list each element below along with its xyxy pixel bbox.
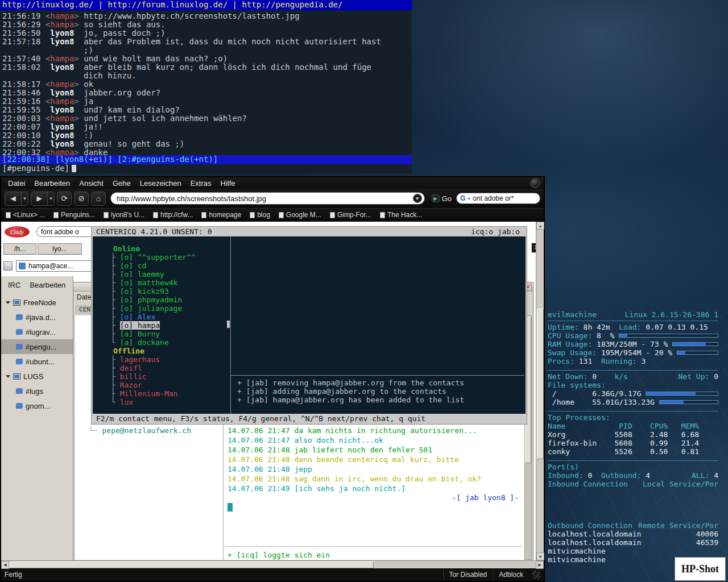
horizontal-divider — [225, 546, 522, 547]
adblock-status-toggle[interactable]: Adblock — [493, 569, 529, 580]
back-history-dropdown[interactable]: ▼ — [22, 192, 28, 206]
contact-item[interactable]: ├ [a] Burny — [102, 330, 229, 338]
scrollbar-thumb[interactable] — [10, 562, 374, 568]
menu-item-bearbeiten[interactable]: Bearbeiten — [30, 178, 75, 188]
go-button[interactable]: ▶ Go — [429, 194, 454, 203]
scroll-down-button[interactable]: ▼ — [536, 552, 544, 560]
home-button[interactable]: ⌂ — [91, 192, 106, 206]
irc-message-text: ja — [84, 97, 93, 106]
irc-timestamp: 21:56:19 — [2, 11, 40, 20]
konsole-menu-datei[interactable]: Datei — [77, 293, 93, 301]
contact-item-pepe[interactable]: └─ pepe@netzlaufwerk.ch — [89, 426, 191, 435]
menu-item-lesezeichen[interactable]: Lesezeichen — [135, 178, 186, 188]
contact-address-field[interactable]: hampa@ace... — [16, 260, 102, 272]
irc-message-text: jo, passt doch ;) — [84, 28, 165, 38]
content-row: Cindy /h... lyo... hampa@ace... IRCBearb… — [1, 222, 544, 560]
sidebar-item-gnom[interactable]: gnom... — [1, 398, 73, 413]
search-input[interactable] — [473, 194, 522, 202]
menu-item-gehe[interactable]: Gehe — [108, 178, 135, 188]
irc-nick: lyon8 — [40, 131, 84, 140]
scroll-right-button[interactable]: ▶ — [536, 561, 544, 569]
sidebar-item-lugrav[interactable]: #lugrav... — [1, 325, 73, 339]
bookmark-label: <Linux> ... — [13, 211, 45, 219]
contact-item[interactable]: ├ Razor — [102, 381, 229, 389]
menu-item-ansicht[interactable]: Ansicht — [75, 178, 108, 188]
forward-history-dropdown[interactable]: ▼ — [48, 192, 55, 206]
tree-glyph: ├ — [111, 355, 120, 364]
tree-glyph: ├ — [111, 364, 120, 372]
sidebar-item-pengu[interactable]: #pengu... — [1, 339, 73, 354]
window-control-button[interactable] — [530, 178, 540, 188]
stop-button[interactable]: ⊘ — [74, 192, 89, 206]
conky-divider — [548, 370, 718, 371]
contact-item[interactable]: ├ [o] kickz93 — [102, 287, 229, 296]
window-tab-1[interactable]: /h... — [3, 243, 36, 255]
bookmark-item[interactable]: Gimp-For... — [330, 211, 371, 219]
chevron-down-icon[interactable]: ▼ — [467, 197, 471, 201]
bookmark-item[interactable]: Google M... — [279, 211, 321, 219]
bookmark-item[interactable]: http://cfw... — [153, 211, 193, 219]
forward-button[interactable]: ▶ — [31, 192, 48, 206]
bookmark-item[interactable]: homepage — [201, 211, 241, 219]
bookmark-item[interactable]: lyon8's U... — [104, 211, 144, 219]
chat-event-line: + [icq] loggte sich ein — [228, 550, 330, 560]
sidebar-item-javad[interactable]: #java.d... — [1, 310, 73, 325]
contact-item[interactable]: ├ [o] ^^supporter^^ — [102, 253, 229, 261]
irc-nick: hampa — [50, 80, 74, 89]
contact-item[interactable]: └ lux — [102, 398, 229, 406]
url-input[interactable] — [117, 194, 413, 203]
close-button[interactable]: ✕ — [531, 243, 536, 253]
google-g-icon[interactable]: G — [460, 194, 465, 202]
contact-item[interactable]: ├ billic — [102, 372, 229, 381]
url-bar-container: ▼ — [110, 192, 425, 205]
scroll-up-button[interactable]: ▲ — [536, 222, 544, 230]
bookmark-item[interactable]: blog — [250, 211, 270, 219]
horizontal-scrollbar[interactable]: ◀ ▶ — [1, 560, 544, 568]
menu-item-datei[interactable]: Datei — [3, 178, 30, 188]
bookmark-item[interactable]: Penguins... — [53, 211, 95, 219]
conky-spacer — [548, 406, 718, 409]
irc-input-line[interactable]: [#penguins-de] — [0, 164, 412, 173]
stop-icon: ⊘ — [78, 194, 85, 203]
resize-grip[interactable] — [532, 571, 540, 579]
search-bar-container: G ▼ — [456, 193, 540, 204]
irc-message: 21:58:46 lyon8 jabber.org oder? — [2, 89, 412, 97]
bookmark-page-icon — [104, 212, 109, 218]
sidebar-item-lugs[interactable]: #lugs — [1, 384, 73, 398]
contact-item[interactable]: ├ [o] phpmyadmin — [102, 296, 229, 304]
scroll-left-button[interactable]: ◀ — [1, 561, 9, 569]
sidebar-item-lugs[interactable]: LUGS — [1, 369, 73, 384]
panel-menubar: IRCBearbeiten — [1, 276, 73, 295]
menu-item-extras[interactable]: Extras — [186, 178, 216, 188]
sidebar-item-freenode[interactable]: FreeNode — [1, 295, 73, 310]
reload-button[interactable]: ⟳ — [57, 192, 72, 206]
contact-item[interactable]: └ [a] dockane — [102, 338, 229, 347]
bookmark-item[interactable]: <Linux> ... — [6, 211, 45, 219]
back-button[interactable]: ◀ — [5, 192, 22, 206]
window-tab-2[interactable]: lyo... — [38, 243, 82, 255]
conky-spacer — [548, 365, 718, 368]
tor-status-toggle[interactable]: Tor Disabled — [443, 569, 493, 580]
contact-item[interactable]: ├ [o] cd — [102, 261, 229, 270]
contact-item[interactable]: ├ Millenium-Man — [102, 389, 229, 398]
page-search-field[interactable] — [36, 226, 96, 237]
panel-menu-irc[interactable]: IRC — [8, 281, 20, 289]
vertical-scrollbar[interactable]: ▲ ▼ — [536, 222, 544, 560]
url-dropdown-icon[interactable]: ▼ — [413, 194, 422, 203]
contact-label: [o] ^^supporter^^ — [120, 253, 196, 261]
menu-item-hilfe[interactable]: Hilfe — [216, 178, 240, 188]
irc-message: 22:00:22 lyon8 genau! so geht das ;) — [2, 140, 412, 148]
scrollbar-thumb[interactable] — [537, 309, 544, 459]
bookmark-label: Gimp-For... — [337, 211, 371, 219]
sidebar-item-ubunt[interactable]: #ubunt... — [1, 354, 73, 369]
menu-items: DateiBearbeitenAnsichtGeheLesezeichenExt… — [3, 179, 240, 188]
bookmark-item[interactable]: The Hack... — [380, 211, 422, 219]
contact-item[interactable]: ├ [o] matthew4k — [102, 278, 229, 287]
contact-item[interactable]: ├ [o] hampa — [102, 321, 229, 330]
panel-menu-bearbeiten[interactable]: Bearbeiten — [30, 281, 65, 289]
contact-item[interactable]: ├ deifl — [102, 364, 229, 372]
contact-item[interactable]: ├ [o] Alex — [102, 313, 229, 321]
contact-item[interactable]: ├ lagerhaus — [102, 355, 229, 364]
contact-item[interactable]: ├ [o] julianpage — [102, 304, 229, 313]
contact-item[interactable]: ├ [o] laemmy — [102, 270, 229, 278]
